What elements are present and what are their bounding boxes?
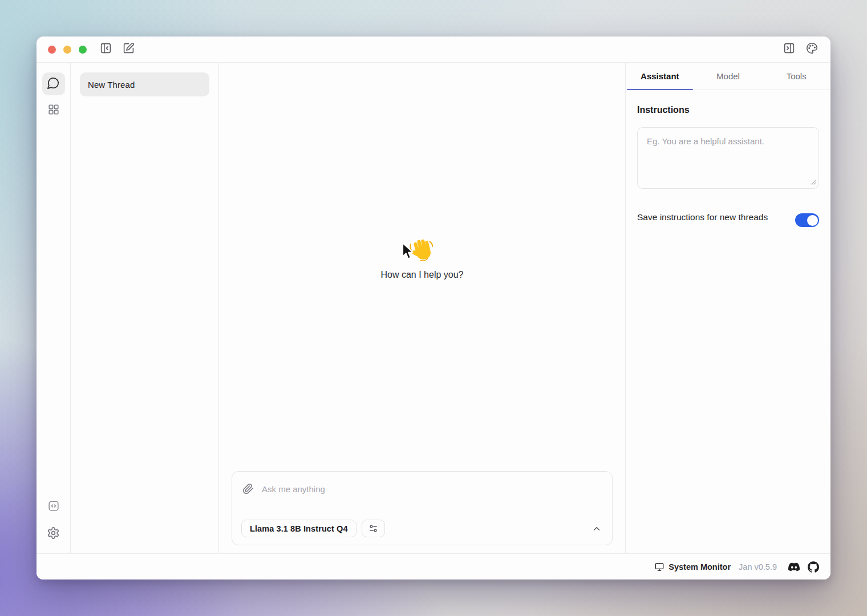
status-bar: System Monitor Jan v0.5.9 bbox=[37, 553, 830, 579]
discord-link[interactable] bbox=[788, 561, 800, 573]
tab-assistant-label: Assistant bbox=[641, 71, 679, 81]
titlebar-right-actions bbox=[781, 42, 819, 57]
grid-icon bbox=[47, 103, 60, 118]
nav-settings-button[interactable] bbox=[42, 522, 65, 545]
discord-icon bbox=[788, 561, 800, 573]
panel-tabs: Assistant Model Tools bbox=[626, 63, 830, 90]
system-monitor-label: System Monitor bbox=[669, 562, 731, 572]
toggle-right-panel-button[interactable] bbox=[781, 42, 796, 57]
nav-local-api-button[interactable] bbox=[42, 496, 65, 518]
app-window: New Thread bbox=[37, 37, 830, 579]
greeting-text: How can I help you? bbox=[381, 270, 464, 280]
thread-list-item[interactable]: New Thread bbox=[80, 72, 209, 96]
zoom-window-button[interactable] bbox=[79, 46, 87, 54]
chevron-up-icon bbox=[591, 524, 602, 534]
panel-right-close-icon bbox=[783, 42, 795, 56]
instructions-textarea[interactable] bbox=[637, 127, 819, 189]
tab-tools[interactable]: Tools bbox=[762, 63, 830, 90]
minimize-window-button[interactable] bbox=[63, 46, 71, 54]
theme-button[interactable] bbox=[804, 42, 819, 57]
message-composer[interactable]: Llama 3.1 8B Instruct Q4 bbox=[232, 471, 613, 545]
monitor-icon bbox=[655, 562, 664, 572]
model-selector-label: Llama 3.1 8B Instruct Q4 bbox=[250, 524, 348, 533]
palette-icon bbox=[806, 42, 818, 56]
left-rail bbox=[37, 63, 71, 553]
titlebar bbox=[37, 37, 830, 63]
message-input[interactable] bbox=[262, 484, 602, 494]
chat-main-area: How can I help you? Llama 3.1 8B Instruc… bbox=[219, 63, 625, 553]
titlebar-left-actions bbox=[98, 42, 136, 57]
app-version: Jan v0.5.9 bbox=[739, 562, 777, 572]
model-selector-button[interactable]: Llama 3.1 8B Instruct Q4 bbox=[241, 520, 356, 537]
github-icon bbox=[808, 561, 819, 573]
nav-threads-button[interactable] bbox=[42, 72, 65, 95]
sliders-icon bbox=[368, 524, 378, 533]
collapse-composer-button[interactable] bbox=[591, 524, 602, 534]
panel-left-close-icon bbox=[100, 42, 112, 56]
compose-icon bbox=[123, 42, 135, 56]
paperclip-icon[interactable] bbox=[242, 483, 254, 495]
model-settings-button[interactable] bbox=[362, 520, 385, 537]
empty-state: How can I help you? bbox=[381, 237, 464, 280]
gear-icon bbox=[47, 526, 60, 542]
toggle-knob bbox=[807, 215, 818, 226]
github-link[interactable] bbox=[808, 561, 819, 573]
waving-hand-emoji bbox=[409, 237, 435, 264]
toggle-left-panel-button[interactable] bbox=[98, 42, 113, 57]
close-window-button[interactable] bbox=[48, 46, 56, 54]
code-square-icon bbox=[47, 500, 60, 514]
chat-bubble-icon bbox=[47, 76, 60, 92]
new-thread-button[interactable] bbox=[121, 42, 136, 57]
traffic-lights bbox=[48, 46, 87, 54]
assistant-panel: Assistant Model Tools Instructions Save … bbox=[625, 63, 830, 553]
thread-list-panel: New Thread bbox=[71, 63, 219, 553]
save-instructions-toggle[interactable] bbox=[795, 213, 819, 227]
instructions-heading: Instructions bbox=[637, 105, 819, 115]
thread-title: New Thread bbox=[88, 80, 135, 90]
mouse-cursor-icon bbox=[400, 242, 415, 264]
nav-hub-button[interactable] bbox=[42, 99, 65, 122]
tab-model[interactable]: Model bbox=[694, 63, 763, 90]
tab-tools-label: Tools bbox=[787, 71, 807, 81]
system-monitor-button[interactable]: System Monitor bbox=[655, 562, 731, 572]
tab-model-label: Model bbox=[716, 71, 740, 81]
save-instructions-label: Save instructions for new threads bbox=[637, 210, 768, 225]
tab-assistant[interactable]: Assistant bbox=[626, 63, 694, 90]
